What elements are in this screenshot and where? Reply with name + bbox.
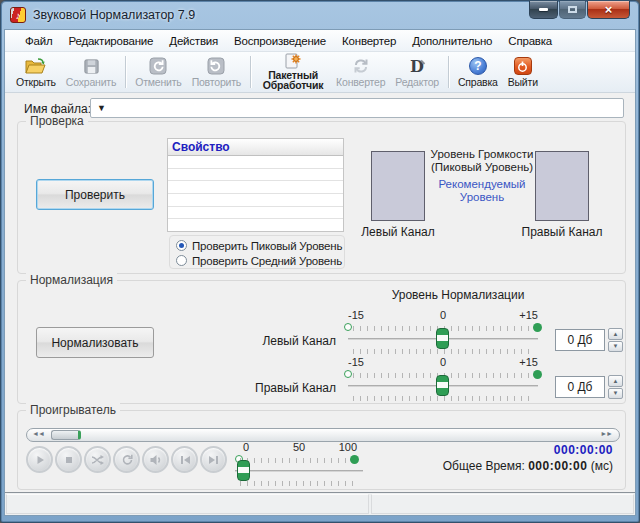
app-window: ♪ Звуковой Нормализатор 7.9 × Файл Редак… [0, 0, 640, 523]
app-icon: ♪ [10, 7, 26, 23]
save-button[interactable]: Сохранить [61, 54, 121, 89]
spin-down-button[interactable]: ▼ [608, 341, 623, 353]
player-group: Проигрыватель ◄◄ ►► [17, 410, 626, 490]
shuffle-button[interactable] [84, 446, 111, 473]
left-db-field[interactable]: 0 Дб [555, 329, 605, 351]
help-question-icon: ? [469, 55, 487, 75]
shuffle-icon [91, 454, 104, 466]
menu-playback[interactable]: Воспроизведение [226, 32, 334, 50]
menu-bar: Файл Редактирование Действия Воспроизвед… [5, 30, 635, 52]
maximize-button[interactable] [559, 1, 586, 19]
table-header-property[interactable]: Свойство [168, 139, 343, 156]
radio-peak-level[interactable]: Проверить Пиковый Уровень [176, 238, 344, 253]
help-button[interactable]: ? Справка [453, 54, 503, 89]
table-row[interactable] [168, 156, 343, 169]
minimize-icon [539, 8, 548, 11]
scale-mid-label: 0 [440, 356, 446, 368]
save-disk-icon [83, 55, 100, 75]
editor-button[interactable]: D Редактор [390, 54, 444, 89]
range-start-marker [344, 323, 352, 331]
scale-min-label: -15 [348, 356, 364, 368]
svg-text:D: D [410, 57, 424, 75]
spin-up-button[interactable]: ▲ [608, 375, 623, 387]
close-icon: × [605, 3, 613, 16]
redo-button[interactable]: Повторить [187, 54, 246, 89]
previous-icon [179, 454, 191, 466]
converter-button[interactable]: Конвертер [331, 54, 390, 89]
previous-button[interactable] [171, 446, 198, 473]
menu-edit[interactable]: Редактирование [60, 32, 161, 50]
left-channel-slider: -15 0 +15 [348, 309, 538, 355]
repeat-icon [121, 454, 133, 466]
seek-right-arrows-icon[interactable]: ►► [600, 430, 612, 437]
stop-button[interactable] [55, 446, 82, 473]
table-row[interactable] [168, 181, 343, 194]
batch-processor-icon [283, 53, 303, 69]
menu-extras[interactable]: Дополнительно [404, 32, 500, 50]
spin-down-button[interactable]: ▼ [608, 388, 623, 400]
status-pane-left [6, 494, 369, 514]
elapsed-time: 000:00:00 [443, 443, 613, 457]
check-mode-panel: Проверить Пиковый Уровень Проверить Сред… [169, 235, 345, 269]
window-controls: × [528, 1, 630, 19]
slider-track[interactable] [235, 470, 363, 472]
play-icon [34, 454, 46, 466]
spin-up-button[interactable]: ▲ [608, 328, 623, 340]
dropdown-arrow-icon[interactable]: ▼ [91, 103, 106, 113]
maximize-icon [568, 6, 577, 13]
slider-thumb[interactable] [436, 375, 449, 396]
scale-max-label: +15 [519, 309, 538, 321]
tick-marks [353, 349, 533, 354]
scale-max-label: +15 [519, 356, 538, 368]
play-button[interactable] [26, 446, 53, 473]
title-bar[interactable]: ♪ Звуковой Нормализатор 7.9 × [1, 1, 639, 29]
undo-button[interactable]: Отменить [130, 54, 186, 89]
seek-thumb[interactable] [51, 430, 81, 440]
tick-marks [353, 396, 533, 401]
next-button[interactable] [200, 446, 227, 473]
undo-arrow-icon [149, 55, 167, 75]
right-db-stepper: ▲ ▼ [608, 375, 623, 399]
open-button[interactable]: Открыть [11, 54, 61, 89]
stop-icon [63, 454, 75, 466]
seek-bar[interactable]: ◄◄ ►► [26, 428, 620, 442]
radio-selected-icon [176, 240, 187, 251]
check-button[interactable]: Проверить [36, 179, 154, 210]
toolbar-separator [250, 56, 251, 88]
menu-file[interactable]: Файл [17, 32, 60, 50]
recommended-level-link[interactable]: Рекомендуемый Уровень [416, 178, 548, 204]
exit-power-icon [514, 55, 532, 75]
exit-button[interactable]: Выйти [503, 54, 543, 89]
seek-left-arrows-icon[interactable]: ◄◄ [32, 430, 44, 437]
repeat-button[interactable] [113, 446, 140, 473]
slider-thumb[interactable] [237, 460, 250, 481]
table-row[interactable] [168, 219, 343, 231]
menu-actions[interactable]: Действия [161, 32, 226, 50]
menu-converter[interactable]: Конвертер [334, 32, 404, 50]
normalize-group: Нормализация Уровень Нормализации Нормал… [17, 280, 626, 404]
status-pane-right [371, 494, 634, 514]
menu-help[interactable]: Справка [500, 32, 560, 50]
table-row[interactable] [168, 194, 343, 207]
volume-slider: 0 50 100 [235, 441, 363, 487]
right-db-field[interactable]: 0 Дб [555, 376, 605, 398]
close-button[interactable]: × [587, 1, 630, 19]
properties-table: Свойство [167, 138, 344, 232]
table-row[interactable] [168, 169, 343, 182]
radio-average-level[interactable]: Проверить Средний Уровень [176, 253, 344, 268]
range-end-marker [533, 370, 542, 379]
table-row[interactable] [168, 207, 343, 220]
right-channel-slider-label: Правый Канал [251, 381, 336, 395]
range-start-marker [344, 370, 352, 378]
file-name-combobox[interactable]: ▼ [90, 98, 624, 118]
player-group-label: Проигрыватель [26, 403, 120, 417]
batch-processor-button[interactable]: Пакетный Обработчик [255, 52, 331, 92]
volume-button[interactable] [142, 446, 169, 473]
right-channel-slider: -15 0 +15 [348, 356, 538, 402]
minimize-button[interactable] [529, 1, 558, 19]
slider-thumb[interactable] [436, 328, 449, 349]
toolbar: Открыть Сохранить [5, 52, 635, 93]
normalize-button[interactable]: Нормализовать [36, 327, 154, 358]
total-time: Общее Время: 000:00:00 (мс) [443, 459, 613, 473]
right-channel-meter-label: Правый Канал [507, 225, 617, 239]
